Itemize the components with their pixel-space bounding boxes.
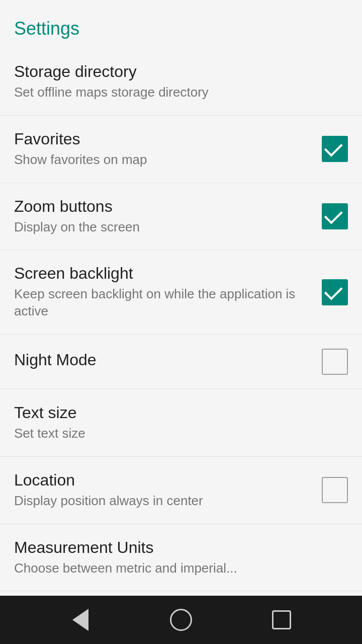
setting-title-location: Location — [14, 471, 312, 490]
app-bar: Settings — [0, 0, 362, 48]
setting-title-storage-directory: Storage directory — [14, 62, 338, 81]
home-icon — [170, 609, 192, 631]
setting-item-screen-backlight[interactable]: Screen backlightKeep screen backlight on… — [0, 250, 362, 335]
setting-text-zoom-buttons: Zoom buttonsDisplay on the screen — [14, 197, 322, 236]
checkbox-zoom-buttons[interactable] — [322, 203, 348, 229]
setting-item-measurement-units[interactable]: Measurement UnitsChoose between metric a… — [0, 524, 362, 592]
setting-item-storage-directory[interactable]: Storage directorySet offline maps storag… — [0, 48, 362, 116]
setting-item-zoom-buttons[interactable]: Zoom buttonsDisplay on the screen — [0, 183, 362, 251]
setting-text-location: LocationDisplay position always in cente… — [14, 471, 322, 510]
setting-item-text-size[interactable]: Text sizeSet text size — [0, 389, 362, 457]
setting-text-screen-backlight: Screen backlightKeep screen backlight on… — [14, 264, 322, 320]
setting-item-night-mode[interactable]: Night Mode — [0, 335, 362, 389]
checkbox-screen-backlight[interactable] — [322, 279, 348, 305]
recents-button[interactable] — [268, 607, 295, 633]
setting-subtitle-location: Display position always in center — [14, 493, 312, 510]
setting-title-favorites: Favorites — [14, 130, 312, 148]
setting-subtitle-favorites: Show favorites on map — [14, 151, 312, 169]
setting-item-location[interactable]: LocationDisplay position always in cente… — [0, 457, 362, 524]
setting-title-measurement-units: Measurement Units — [14, 538, 338, 557]
checkbox-night-mode[interactable] — [322, 349, 348, 375]
home-button[interactable] — [168, 607, 194, 633]
app-title: Settings — [14, 18, 79, 39]
checkbox-location[interactable] — [322, 477, 348, 503]
setting-subtitle-screen-backlight: Keep screen backlight on while the appli… — [14, 286, 312, 320]
setting-text-night-mode: Night Mode — [14, 351, 322, 372]
setting-text-text-size: Text sizeSet text size — [14, 404, 348, 442]
setting-title-night-mode: Night Mode — [14, 351, 312, 369]
setting-text-favorites: FavoritesShow favorites on map — [14, 130, 322, 169]
back-button[interactable] — [67, 607, 94, 633]
setting-subtitle-text-size: Set text size — [14, 425, 338, 442]
recents-icon — [272, 610, 291, 629]
checkbox-favorites[interactable] — [322, 136, 348, 162]
setting-title-text-size: Text size — [14, 404, 338, 422]
setting-text-storage-directory: Storage directorySet offline maps storag… — [14, 62, 348, 101]
setting-title-zoom-buttons: Zoom buttons — [14, 197, 312, 216]
settings-list: Storage directorySet offline maps storag… — [0, 48, 362, 596]
setting-item-favorites[interactable]: FavoritesShow favorites on map — [0, 116, 362, 183]
setting-subtitle-zoom-buttons: Display on the screen — [14, 219, 312, 236]
setting-subtitle-measurement-units: Choose between metric and imperial... — [14, 560, 338, 577]
setting-title-screen-backlight: Screen backlight — [14, 264, 312, 283]
setting-subtitle-storage-directory: Set offline maps storage directory — [14, 84, 338, 101]
navigation-bar — [0, 596, 362, 644]
back-icon — [72, 609, 88, 631]
setting-text-measurement-units: Measurement UnitsChoose between metric a… — [14, 538, 348, 577]
